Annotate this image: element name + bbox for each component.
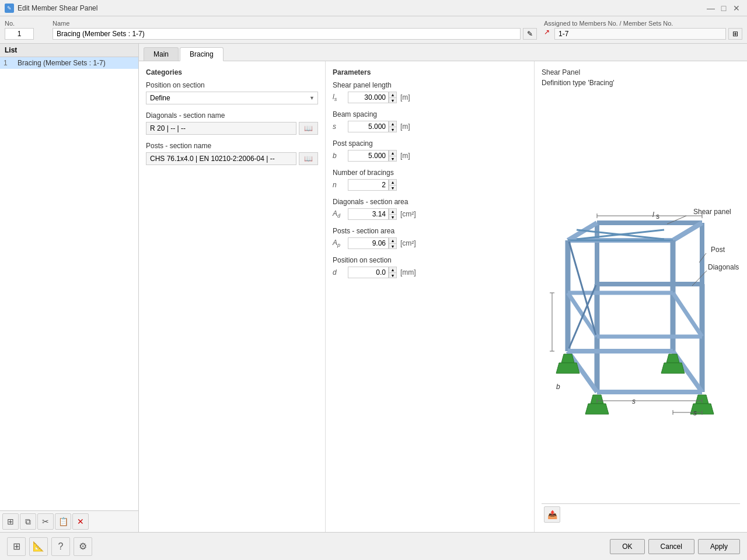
position-d-up[interactable]: ▲ (389, 267, 397, 272)
posts-area-down[interactable]: ▼ (389, 243, 397, 249)
grid-button[interactable]: ⊞ (7, 537, 26, 556)
list-new-button[interactable]: ⊞ (2, 513, 19, 530)
bottom-tools: ⊞ 📐 ? ⚙ (7, 537, 92, 556)
diagram-export-button[interactable]: 📤 (544, 506, 560, 523)
tabs-row: Main Bracing (139, 44, 747, 61)
assigned-edit-button[interactable]: ⊞ (728, 28, 742, 40)
posts-area-label: Posts - section area (333, 227, 527, 235)
svg-line-23 (569, 242, 596, 335)
name-input[interactable] (53, 28, 521, 40)
list-header: List (0, 44, 138, 57)
svg-line-7 (673, 223, 702, 240)
tab-main-label: Main (153, 50, 169, 58)
structure-diagram: Shear panel l s Post (542, 176, 740, 421)
shear-panel-label: Shear panel (693, 208, 731, 216)
num-bracings-group: Number of bracings n ▲ ▼ (333, 169, 527, 191)
ruler-button[interactable]: 📐 (29, 537, 48, 556)
diag-area-symbol: Ad (333, 209, 344, 219)
beam-spacing-group: Beam spacing s ▲ ▼ [m] (333, 110, 527, 132)
assigned-section: Assigned to Members No. / Member Sets No… (544, 20, 742, 40)
no-input[interactable] (5, 28, 34, 40)
posts-label: Posts - section name (146, 142, 318, 150)
apply-button[interactable]: Apply (698, 539, 740, 554)
diagonals-label: Diagonals (708, 263, 739, 271)
post-spacing-up[interactable]: ▲ (389, 150, 397, 156)
shear-length-down[interactable]: ▼ (389, 97, 397, 103)
diagonals-input[interactable] (146, 122, 296, 135)
parameters-panel: Parameters Shear panel length ls ▲ ▼ (326, 61, 535, 532)
beam-spacing-input[interactable] (348, 121, 389, 132)
cancel-button[interactable]: Cancel (648, 539, 694, 554)
post-spacing-label: Post spacing (333, 139, 527, 148)
ok-button[interactable]: OK (610, 539, 644, 554)
ls-sub: s (656, 212, 659, 220)
shear-length-symbol: ls (333, 93, 344, 102)
diagonals-book-button[interactable]: 📖 (299, 122, 318, 135)
categories-panel: Categories Position on section Define To… (139, 61, 326, 532)
list-copy-button[interactable]: ⧉ (20, 513, 36, 530)
close-button[interactable]: ✕ (731, 2, 742, 14)
diag-area-up[interactable]: ▲ (389, 208, 397, 214)
position-group: Position on section Define Top Bottom Ce… (146, 81, 318, 104)
form-area: Main Bracing Categories Position on sect… (139, 44, 747, 532)
num-bracings-up[interactable]: ▲ (389, 179, 397, 185)
diagram-toolbar: 📤 (542, 503, 740, 525)
list-paste-button[interactable]: 📋 (55, 513, 71, 530)
position-d-input[interactable] (348, 267, 389, 278)
num-bracings-down[interactable]: ▼ (389, 185, 397, 191)
post-spacing-input[interactable] (348, 150, 389, 162)
assigned-input[interactable] (554, 28, 726, 40)
tab-main[interactable]: Main (144, 47, 179, 61)
content-area: List 1 Bracing (Member Sets : 1-7) ⊞ ⧉ ✂… (0, 44, 747, 532)
shear-length-input[interactable] (348, 92, 389, 103)
shear-length-unit: [m] (400, 93, 421, 102)
svg-marker-27 (666, 354, 679, 363)
diagram-title: Shear Panel (542, 68, 740, 76)
post-spacing-unit: [m] (400, 152, 421, 160)
position-select[interactable]: Define Top Bottom Center (146, 92, 318, 104)
diagram-container: Shear panel l s Post (542, 94, 740, 503)
num-bracings-label: Number of bracings (333, 169, 527, 177)
posts-area-input[interactable] (348, 237, 389, 249)
list-toolbar: ⊞ ⧉ ✂ 📋 ✕ (0, 510, 138, 532)
posts-input[interactable] (146, 152, 296, 165)
posts-area-up[interactable]: ▲ (389, 237, 397, 243)
shear-length-group: Shear panel length ls ▲ ▼ [m] (333, 81, 527, 103)
posts-book-button[interactable]: 📖 (299, 152, 318, 165)
post-label: Post (711, 246, 725, 254)
post-spacing-down[interactable]: ▼ (389, 156, 397, 162)
position-d-down[interactable]: ▼ (389, 272, 397, 278)
beam-spacing-up[interactable]: ▲ (389, 121, 397, 127)
beam-spacing-down[interactable]: ▼ (389, 127, 397, 132)
settings-button[interactable]: ⚙ (74, 537, 92, 556)
maximize-button[interactable]: □ (718, 2, 729, 14)
diagram-subtitle: Definition type 'Bracing' (542, 79, 740, 87)
name-label: Name (53, 20, 537, 27)
header-row: No. Name ✎ Assigned to Members No. / Mem… (0, 16, 747, 44)
minimize-button[interactable]: — (705, 2, 717, 14)
post-spacing-symbol: b (333, 152, 344, 160)
name-edit-button[interactable]: ✎ (523, 28, 537, 40)
diagonals-group: Diagonals - section name 📖 (146, 111, 318, 135)
assigned-icon: ↗ (544, 28, 550, 40)
help-button[interactable]: ? (51, 537, 70, 556)
diag-area-input[interactable] (348, 208, 389, 220)
num-bracings-input[interactable] (348, 179, 389, 191)
beam-spacing-unit: [m] (400, 123, 421, 131)
svg-marker-25 (561, 354, 574, 363)
list-cut-button[interactable]: ✂ (37, 513, 54, 530)
list-item[interactable]: 1 Bracing (Member Sets : 1-7) (0, 57, 138, 69)
tab-bracing[interactable]: Bracing (180, 47, 224, 61)
title-bar: ✎ Edit Member Shear Panel — □ ✕ (0, 0, 747, 16)
shear-length-up[interactable]: ▲ (389, 92, 397, 97)
posts-area-symbol: Ap (333, 239, 344, 248)
diag-area-down[interactable]: ▼ (389, 214, 397, 220)
position-d-label: Position on section (333, 256, 527, 264)
diag-area-group: Diagonals - section area Ad ▲ ▼ [cm²] (333, 198, 527, 220)
parameters-title: Parameters (333, 68, 527, 76)
list-panel: List 1 Bracing (Member Sets : 1-7) ⊞ ⧉ ✂… (0, 44, 139, 532)
list-delete-button[interactable]: ✕ (72, 513, 89, 530)
num-bracings-symbol: n (333, 181, 344, 189)
ls-label: l (652, 211, 654, 219)
no-label: No. (5, 20, 46, 27)
